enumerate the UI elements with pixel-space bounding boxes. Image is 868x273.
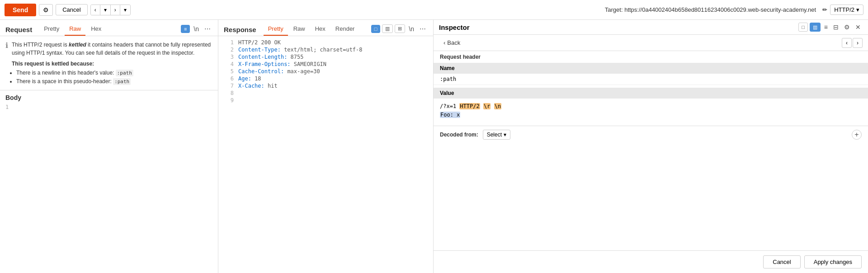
warning-icon: ℹ	[5, 41, 8, 85]
inspector-top-bar: Inspector □ ▥ ≡ ⊟ ⚙ ✕	[434, 20, 868, 35]
inspector-nav-arrows: ‹ ›	[842, 38, 863, 48]
select-dropdown[interactable]: Select ▾	[483, 130, 510, 140]
response-line-4: 4 X-Frame-Options: SAMEORIGIN	[218, 61, 433, 68]
tab-response-raw[interactable]: Raw	[289, 24, 310, 36]
name-col-header: Name	[434, 63, 868, 74]
value-line-2: Foo: x	[440, 111, 862, 119]
value-content: /?x=1 HTTP/2 \r \n Foo: x	[434, 99, 868, 123]
next-button[interactable]: ›	[111, 5, 120, 15]
inspector-split-btn[interactable]: ⊟	[831, 23, 840, 32]
value-space2	[491, 103, 494, 109]
back-arrow-icon: ‹	[443, 39, 445, 46]
next-dropdown-button[interactable]: ▾	[120, 5, 130, 15]
edit-icon[interactable]: ✏	[822, 6, 827, 13]
tab-request-hex[interactable]: Hex	[86, 24, 106, 36]
inspector-nav-row: ‹ Back ‹ ›	[434, 35, 868, 51]
request-title: Request	[5, 26, 32, 33]
prev-button[interactable]: ‹	[91, 5, 100, 15]
body-line-number: 1	[5, 104, 13, 122]
response-header: Response Pretty Raw Hex Render □ ▥ ⊞ \n …	[218, 20, 433, 36]
add-button[interactable]: +	[852, 130, 862, 140]
response-menu-btn[interactable]: ⋯	[418, 24, 428, 33]
value-space1	[480, 103, 483, 109]
nav-arrows: ‹ ▾ › ▾	[90, 5, 131, 15]
inspector-prev-btn[interactable]: ‹	[842, 38, 852, 48]
response-line-1: 1 HTTP/2 200 OK	[218, 39, 433, 46]
response-line-5: 5 Cache-Control: max-age=30	[218, 68, 433, 75]
settings-button[interactable]: ⚙	[39, 4, 53, 16]
value-col-header: Value	[434, 88, 868, 99]
back-button[interactable]: ‹ Back	[439, 38, 465, 48]
response-view-btn-1[interactable]: □	[371, 25, 381, 33]
protocol-dropdown-icon: ▾	[856, 6, 859, 13]
request-tab-icons: ≡ \n ⋯	[181, 24, 212, 35]
value-section: Value /?x=1 HTTP/2 \r \n Foo: x	[434, 88, 868, 123]
decoded-from-row: Decoded from: Select ▾ +	[434, 126, 868, 143]
tab-response-hex[interactable]: Hex	[311, 24, 330, 36]
inspector-panel: Inspector □ ▥ ≡ ⊟ ⚙ ✕ ‹ Back ‹ › Request…	[434, 20, 868, 273]
tab-request-pretty[interactable]: Pretty	[39, 24, 64, 36]
response-view-btn-3[interactable]: ⊞	[395, 24, 405, 33]
warning-text-part1: This HTTP/2 request is kettled it contai…	[12, 42, 211, 56]
cancel-button[interactable]: Cancel	[56, 4, 87, 15]
warning-list: There is a newline in this header's valu…	[12, 69, 212, 85]
send-button[interactable]: Send	[5, 4, 36, 16]
inspector-next-btn[interactable]: ›	[853, 38, 863, 48]
name-row: :path	[434, 74, 868, 85]
request-header: Request Pretty Raw Hex ≡ \n ⋯	[0, 20, 218, 36]
main-toolbar: Send ⚙ Cancel ‹ ▾ › ▾ Target: https://0a…	[0, 0, 868, 20]
warning-text: This HTTP/2 request is kettled it contai…	[12, 41, 212, 85]
response-line-7: 7 X-Cache: hit	[218, 82, 433, 89]
inspector-view-btn-2[interactable]: ▥	[810, 23, 821, 32]
response-tabs: Pretty Raw Hex Render	[264, 24, 371, 36]
body-section: Body 1	[0, 90, 218, 126]
cancel-action-button[interactable]: Cancel	[763, 255, 800, 268]
response-title: Response	[224, 26, 256, 33]
body-content: 1	[5, 104, 212, 122]
value-line-1: /?x=1 HTTP/2 \r \n	[440, 102, 862, 111]
warning-bold: This request is kettled because:	[12, 60, 212, 68]
request-tabs: Pretty Raw Hex	[39, 24, 181, 36]
request-view-btn-1[interactable]: ≡	[181, 25, 190, 33]
warning-box: ℹ This HTTP/2 request is kettled it cont…	[0, 36, 218, 90]
inspector-name-table: Name :path	[434, 63, 868, 85]
request-newline-btn[interactable]: \n	[192, 24, 201, 33]
tab-request-raw[interactable]: Raw	[65, 24, 85, 36]
decoded-label: Decoded from:	[440, 132, 478, 138]
inspector-section-label: Request header	[434, 51, 868, 63]
inspector-top-icons: □ ▥ ≡ ⊟ ⚙ ✕	[798, 23, 863, 32]
response-view-btn-2[interactable]: ▥	[382, 24, 393, 33]
apply-changes-button[interactable]: Apply changes	[804, 255, 862, 268]
highlight-foo: Foo: x	[440, 112, 460, 118]
back-label: Back	[447, 39, 460, 46]
highlight-cr: \r	[483, 103, 491, 109]
response-newline-btn[interactable]: \n	[407, 24, 416, 33]
select-chevron-icon: ▾	[504, 132, 506, 138]
highlight-nl: \n	[494, 103, 501, 109]
protocol-label: HTTP/2	[834, 6, 854, 13]
protocol-selector[interactable]: HTTP/2 ▾	[830, 5, 863, 15]
tab-response-pretty[interactable]: Pretty	[264, 24, 288, 36]
request-panel: Request Pretty Raw Hex ≡ \n ⋯ ℹ This HTT…	[0, 20, 218, 273]
action-buttons: Cancel Apply changes	[434, 250, 868, 273]
response-line-8: 8	[218, 89, 433, 97]
inspector-title: Inspector	[439, 24, 798, 31]
inspector-close-btn[interactable]: ✕	[854, 23, 863, 32]
warning-item-2: There is a space in this pseudo-header: …	[16, 77, 212, 86]
body-title: Body	[5, 94, 212, 101]
prev-dropdown-button[interactable]: ▾	[100, 5, 111, 15]
target-label: Target: https://0a44002404b658ed80116234…	[605, 6, 816, 13]
inspector-settings-btn[interactable]: ⚙	[842, 23, 852, 32]
inspector-view-btn-1[interactable]: □	[798, 23, 808, 32]
tab-response-render[interactable]: Render	[331, 24, 359, 36]
response-line-2: 2 Content-Type: text/html; charset=utf-8	[218, 46, 433, 53]
response-content: 1 HTTP/2 200 OK 2 Content-Type: text/htm…	[218, 36, 433, 273]
response-panel: Response Pretty Raw Hex Render □ ▥ ⊞ \n …	[218, 20, 434, 273]
request-menu-btn[interactable]: ⋯	[203, 24, 212, 33]
name-value: :path	[434, 74, 868, 85]
inspector-align-btn[interactable]: ≡	[822, 23, 830, 32]
response-line-9: 9	[218, 97, 433, 104]
response-line-3: 3 Content-Length: 8755	[218, 53, 433, 61]
response-tab-icons: □ ▥ ⊞ \n ⋯	[371, 24, 428, 35]
warning-item-1: There is a newline in this header's valu…	[16, 69, 212, 77]
